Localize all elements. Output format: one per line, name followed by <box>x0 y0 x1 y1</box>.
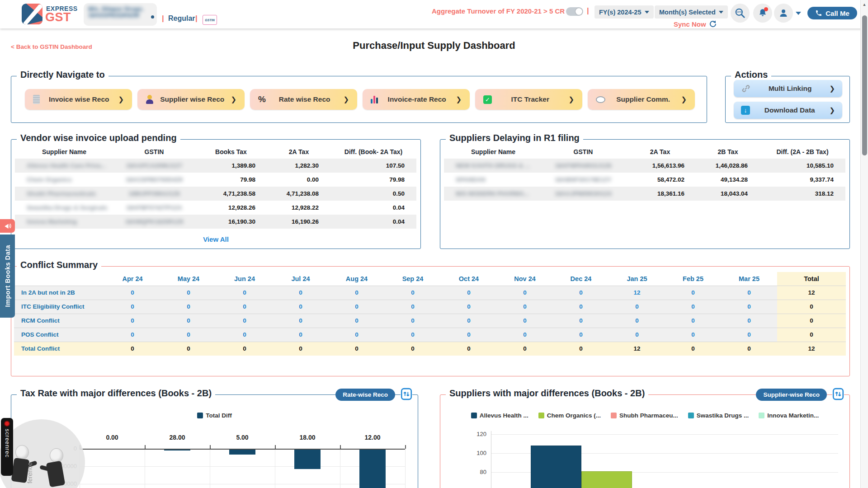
conflict-count-cell[interactable]: 0 <box>553 328 609 342</box>
table-row[interactable]: NEW KAVITA DRUGS & ...18AFWPA6915J1Z81,5… <box>444 159 845 173</box>
chevron-down-icon[interactable] <box>796 12 801 15</box>
conflict-count-cell[interactable]: 0 <box>665 342 721 356</box>
conflict-count-cell[interactable]: 0 <box>665 328 721 342</box>
conflict-row-label[interactable]: ITC Eligibility Conflict <box>14 300 104 314</box>
export-icon[interactable] <box>401 388 412 400</box>
conflict-count-cell[interactable]: 0 <box>553 342 609 356</box>
month-column-header[interactable]: Mar 25 <box>721 272 777 286</box>
invoice-wise-reco-button[interactable]: Invoice wise Reco ❯ <box>25 89 132 110</box>
conflict-count-cell[interactable]: 0 <box>329 286 385 300</box>
conflict-count-cell[interactable]: 0 <box>217 342 273 356</box>
month-column-header[interactable]: Sep 24 <box>385 272 441 286</box>
conflict-count-cell[interactable]: 0 <box>385 342 441 356</box>
company-chip[interactable]: M/s. Dilapur Drugs. 18AGGP8152K6ZM <box>84 3 157 26</box>
scroll-up-arrow[interactable]: ▲ <box>861 2 868 7</box>
itc-tracker-button[interactable]: ✓ ITC Tracker ❯ <box>475 89 582 110</box>
conflict-count-cell[interactable]: 0 <box>721 314 777 328</box>
month-column-header[interactable]: Jan 25 <box>609 272 665 286</box>
conflict-count-cell[interactable]: 0 <box>160 314 217 328</box>
conflict-row-label[interactable]: In 2A but not in 2B <box>14 286 104 300</box>
rate-wise-reco-pill-button[interactable]: Rate-wise Reco <box>335 389 395 401</box>
month-column-header[interactable]: May 24 <box>160 272 217 286</box>
conflict-count-cell[interactable]: 0 <box>385 286 441 300</box>
conflict-count-cell[interactable]: 0 <box>665 286 721 300</box>
conflict-count-cell[interactable]: 0 <box>217 314 273 328</box>
conflict-row-label[interactable]: POS Conflict <box>14 328 104 342</box>
conflict-count-cell[interactable]: 0 <box>441 286 497 300</box>
conflict-count-cell[interactable]: 0 <box>329 314 385 328</box>
conflict-count-cell[interactable]: 0 <box>329 300 385 314</box>
supplier-wise-reco-button[interactable]: Supplier wise Reco ❯ <box>137 89 245 110</box>
month-column-header[interactable]: Jul 24 <box>273 272 329 286</box>
table-row[interactable]: Innova Marketing18AMQPK1825R1Z916,190.30… <box>15 215 416 229</box>
conflict-count-cell[interactable]: 0 <box>104 300 160 314</box>
conflict-count-cell[interactable]: 0 <box>104 286 160 300</box>
conflict-count-cell[interactable]: 0 <box>273 328 329 342</box>
conflict-count-cell[interactable]: 0 <box>217 328 273 342</box>
conflict-count-cell[interactable]: 0 <box>609 328 665 342</box>
conflict-count-cell[interactable]: 0 <box>441 342 497 356</box>
bar-total-diff[interactable] <box>359 450 386 488</box>
conflict-count-cell[interactable]: 0 <box>721 300 777 314</box>
fy-select[interactable]: FY(s) 2024-25 <box>594 5 654 19</box>
table-row[interactable]: Shubh Pharmaceuticals18BUPP3964J1Z84,71,… <box>15 187 416 201</box>
table-row[interactable]: Chem Organics18ACDPB5750D4Z979.980.0079.… <box>15 173 416 187</box>
sync-now-button[interactable]: Sync Now <box>674 20 717 28</box>
conflict-count-cell[interactable]: 0 <box>104 314 160 328</box>
conflict-count-cell[interactable]: 0 <box>160 328 217 342</box>
bar-total-diff[interactable] <box>229 450 255 455</box>
export-icon[interactable] <box>832 388 844 400</box>
aggregate-turnover-toggle[interactable] <box>566 7 583 16</box>
bar-total-diff[interactable] <box>294 450 321 469</box>
conflict-count-cell[interactable]: 0 <box>497 286 553 300</box>
conflict-count-cell[interactable]: 0 <box>273 314 329 328</box>
multi-linking-button[interactable]: Multi Linking ❯ <box>734 80 842 97</box>
conflict-count-cell[interactable]: 0 <box>721 286 777 300</box>
conflict-count-cell[interactable]: 0 <box>104 328 160 342</box>
conflict-count-cell[interactable]: 0 <box>217 286 273 300</box>
conflict-row-label[interactable]: RCM Conflict <box>14 314 104 328</box>
conflict-count-cell[interactable]: 0 <box>497 314 553 328</box>
call-me-button[interactable]: Call Me <box>807 7 857 19</box>
download-data-button[interactable]: ↓ Download Data ❯ <box>734 102 842 119</box>
month-column-header[interactable]: Feb 25 <box>665 272 721 286</box>
conflict-count-cell[interactable]: 0 <box>553 314 609 328</box>
conflict-count-cell[interactable]: 0 <box>104 342 160 356</box>
conflict-count-cell[interactable]: 0 <box>497 300 553 314</box>
conflict-count-cell[interactable]: 0 <box>721 328 777 342</box>
bar-total-diff[interactable] <box>164 450 190 450</box>
conflict-count-cell[interactable]: 0 <box>160 286 217 300</box>
back-to-gstin-dashboard-link[interactable]: < Back to GSTIN Dashboard <box>11 43 92 50</box>
view-all-link[interactable]: View All <box>11 235 420 243</box>
conflict-count-cell[interactable]: 0 <box>497 328 553 342</box>
conflict-count-cell[interactable]: 0 <box>385 300 441 314</box>
conflict-count-cell[interactable]: 0 <box>665 314 721 328</box>
conflict-count-cell[interactable]: 12 <box>609 342 665 356</box>
notifications-button[interactable] <box>753 4 772 23</box>
bar-supplier-diff[interactable] <box>531 446 581 488</box>
profile-button[interactable] <box>774 4 793 23</box>
announcements-tab[interactable] <box>0 219 15 233</box>
conflict-count-cell[interactable]: 0 <box>160 300 217 314</box>
table-row[interactable]: SPANDAN18ABNFS0178E1ZY58,472.0249,134.28… <box>444 173 845 187</box>
month-column-header[interactable]: Oct 24 <box>441 272 497 286</box>
conflict-count-cell[interactable]: 0 <box>441 328 497 342</box>
scrollbar[interactable]: ▲ <box>860 0 868 488</box>
import-books-data-tab[interactable]: Import Books Data <box>0 235 15 318</box>
month-column-header[interactable]: Apr 24 <box>104 272 160 286</box>
month-column-header[interactable]: Jun 24 <box>217 272 273 286</box>
table-row[interactable]: Swastika Drugs & Surgicals18AFBF5742TP1Z… <box>15 201 416 215</box>
table-row[interactable]: M/S MODERN PHARMA...18AAJPM0903H1Z418,36… <box>444 187 845 201</box>
conflict-count-cell[interactable]: 0 <box>441 314 497 328</box>
table-row[interactable]: Allevus Health Care Priva...18AAPCA2096J… <box>15 159 416 173</box>
months-select[interactable]: Month(s) Selected <box>655 5 728 19</box>
conflict-count-cell[interactable]: 0 <box>609 300 665 314</box>
conflict-count-cell[interactable]: 0 <box>553 300 609 314</box>
expressgst-logo[interactable] <box>22 4 42 24</box>
gstin-search-button[interactable]: GSTIN <box>731 4 750 23</box>
conflict-count-cell[interactable]: 0 <box>721 342 777 356</box>
conflict-count-cell[interactable]: 0 <box>609 314 665 328</box>
conflict-row-label[interactable]: Total Conflict <box>14 342 104 356</box>
invoice-rate-reco-button[interactable]: Invoice-rate Reco ❯ <box>363 89 470 110</box>
conflict-count-cell[interactable]: 12 <box>609 286 665 300</box>
